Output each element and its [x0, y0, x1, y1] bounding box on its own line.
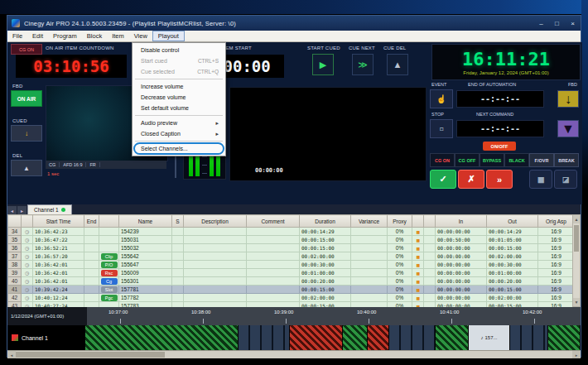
cell-status1: ▮▮	[412, 244, 424, 252]
strip-segment-green[interactable]	[343, 325, 368, 350]
cue-del-button[interactable]: ▲	[387, 54, 408, 75]
menu-item-start-cued[interactable]: Start cuedCTRL+S	[133, 55, 225, 66]
menu-block[interactable]: Block	[82, 31, 107, 41]
fovr-settings-button[interactable]: ▦	[529, 170, 552, 189]
strip-segment-green[interactable]	[436, 325, 469, 350]
cg-off-status[interactable]: CG OFF	[455, 153, 480, 167]
tab-channel-1[interactable]: Channel 1	[27, 204, 72, 214]
black-status[interactable]: BLACK	[504, 153, 529, 167]
column-header[interactable]	[22, 215, 33, 228]
break-button[interactable]: BREAK	[554, 153, 579, 167]
column-header[interactable]	[412, 215, 424, 228]
cg-on-toggle[interactable]: CG ON	[11, 44, 42, 55]
fovr-button[interactable]: F/OVR	[529, 153, 554, 167]
column-header-in[interactable]: In	[436, 215, 487, 228]
column-header-description[interactable]: Description	[184, 215, 247, 228]
menu-playout[interactable]: Playout	[152, 31, 185, 41]
stop-button[interactable]: ▫	[430, 119, 453, 138]
pause-icon: ▮▮	[417, 229, 420, 234]
playlist-row[interactable]: 39◷10:36:42:01Rsc15600900:01:00:000%▮▮00…	[8, 269, 575, 277]
title-bar[interactable]: Cinegy Air PRO 24.1.0.5003.23459 - (Play…	[7, 16, 581, 31]
column-header-variance[interactable]: Variance	[351, 215, 388, 228]
onoff-button[interactable]: ON/OFF	[483, 142, 516, 151]
column-header-proxy[interactable]: Proxy	[388, 215, 412, 228]
menu-item-decrease-volume[interactable]: Decrease volume	[133, 92, 225, 103]
playlist-vertical-scrollbar[interactable]: ▲ ▼	[572, 214, 581, 307]
scroll-right-arrow[interactable]: ▸	[572, 351, 581, 358]
column-header-end[interactable]: End	[84, 215, 99, 228]
fbd-load-button[interactable]: ↓	[557, 90, 579, 108]
break-settings-button[interactable]: ◪	[554, 170, 577, 189]
menu-item-disable-control[interactable]: Disable control	[133, 45, 225, 55]
scroll-down-arrow[interactable]: ▼	[573, 298, 580, 306]
strip-segment-thumbs[interactable]	[389, 325, 436, 350]
cell-start-time: 10:36:52:21	[33, 244, 84, 252]
playlist-row[interactable]: 41◷10:39:42:24Slot15778100:00:15:000%▮▮0…	[8, 286, 575, 294]
column-header-s[interactable]: S	[172, 215, 184, 228]
close-button[interactable]: ×	[565, 16, 581, 31]
playlist-row[interactable]: 37◷10:36:57:20Clip15564200:02:00:000%▮▮0…	[8, 252, 575, 261]
skip-button[interactable]: »	[486, 170, 513, 189]
menu-item-audio-preview[interactable]: Audio preview▸	[133, 118, 225, 128]
hscroll-thumb[interactable]	[16, 352, 165, 358]
playlist-row[interactable]: 38◷10:36:42:01P/O15564700:00:30:000%▮▮00…	[8, 261, 575, 269]
tab-scroll-right[interactable]: ▸	[17, 206, 27, 214]
playlist-row[interactable]: 34◷10:36:42:2315423900:00:14:290%▮▮00:00…	[8, 228, 575, 236]
column-header-orig-asp[interactable]: Orig Asp	[538, 215, 575, 228]
scroll-left-arrow[interactable]: ◂	[7, 351, 16, 358]
playlist-row[interactable]: 40◷10:36:42:01Cg15630100:00:20:000%▮▮00:…	[8, 277, 575, 286]
column-header-start-time[interactable]: Start Time	[33, 215, 84, 228]
cue-next-button[interactable]: ≫	[352, 54, 374, 75]
column-header-duration[interactable]: Duration	[300, 215, 351, 228]
strip-segment-red[interactable]	[368, 325, 389, 350]
menu-item-cue-selected[interactable]: Cue selectedCTRL+Q	[133, 66, 225, 77]
bypass-status[interactable]: BYPASS	[480, 153, 504, 167]
menu-item-select-channels[interactable]: Select Channels...	[133, 143, 225, 154]
del-button[interactable]: ▲	[11, 160, 42, 176]
next-command-button[interactable]: ▼	[557, 120, 579, 137]
cg-on-status[interactable]: CG ON	[430, 153, 455, 167]
playlist-row[interactable]: 42◷10:40:12:24Pgc15778200:02:00:000%▮▮00…	[8, 294, 575, 302]
menu-view[interactable]: View	[129, 31, 152, 41]
timeline-ruler[interactable]: 1/12/2024 (GMT+01:00) 10:37:0010:38:0010…	[7, 307, 581, 325]
column-header-name[interactable]: Name	[119, 215, 172, 228]
timeline-tick-mark	[451, 319, 452, 324]
horizontal-scrollbar[interactable]: ◂ ▸	[7, 350, 581, 358]
strip-segment-thumbs[interactable]	[510, 325, 548, 350]
strip-segment-green[interactable]	[85, 325, 239, 350]
tab-scroll-left[interactable]: ◂	[7, 206, 17, 214]
menu-item-label: Set default volume	[141, 105, 189, 111]
menu-program[interactable]: Program	[48, 31, 82, 41]
cell-description	[184, 269, 247, 277]
strip-segment-green[interactable]	[548, 325, 581, 350]
strip-segment-label[interactable]: ♪157...	[469, 325, 510, 350]
playlist-row[interactable]: 35◷10:36:47:2215503100:00:15:000%▮▮00:00…	[8, 236, 575, 244]
menu-item-set-default-volume[interactable]: Set default volume	[133, 103, 225, 113]
cancel-button[interactable]: ✗	[458, 170, 484, 189]
menu-edit[interactable]: Edit	[27, 31, 48, 41]
column-header-out[interactable]: Out	[487, 215, 538, 228]
column-header[interactable]	[8, 215, 22, 228]
start-cued-button[interactable]: ▶	[312, 54, 334, 75]
menu-item[interactable]: Item	[107, 31, 129, 41]
minimize-button[interactable]: –	[533, 16, 549, 31]
menu-item-closed-caption[interactable]: Closed Caption▸	[133, 128, 225, 139]
strip-segment-red[interactable]	[290, 325, 343, 350]
cell-status1: ▮▮	[412, 261, 424, 269]
column-header-comment[interactable]: Comment	[247, 215, 300, 228]
scroll-up-arrow[interactable]: ▲	[573, 215, 580, 223]
menu-file[interactable]: File	[7, 31, 27, 41]
on-air-button[interactable]: ON AIR	[11, 90, 42, 107]
playlist-row[interactable]: 36◷10:36:52:2115503200:00:15:000%▮▮00:00…	[8, 244, 575, 252]
strip-segment-thumbs[interactable]	[239, 325, 290, 350]
timeline-tick-mark	[203, 319, 204, 324]
scrollbar-thumb[interactable]	[574, 225, 579, 252]
strip-segments[interactable]: ♪157...	[85, 325, 581, 350]
confirm-button[interactable]: ✓	[430, 170, 456, 189]
menu-item-increase-volume[interactable]: Increase volume	[133, 81, 225, 92]
column-header[interactable]	[99, 215, 119, 228]
cued-load-button[interactable]: ↓	[11, 125, 42, 142]
event-hand-button[interactable]: ☝	[430, 89, 453, 108]
column-header[interactable]	[424, 215, 436, 228]
maximize-button[interactable]: □	[549, 16, 565, 31]
